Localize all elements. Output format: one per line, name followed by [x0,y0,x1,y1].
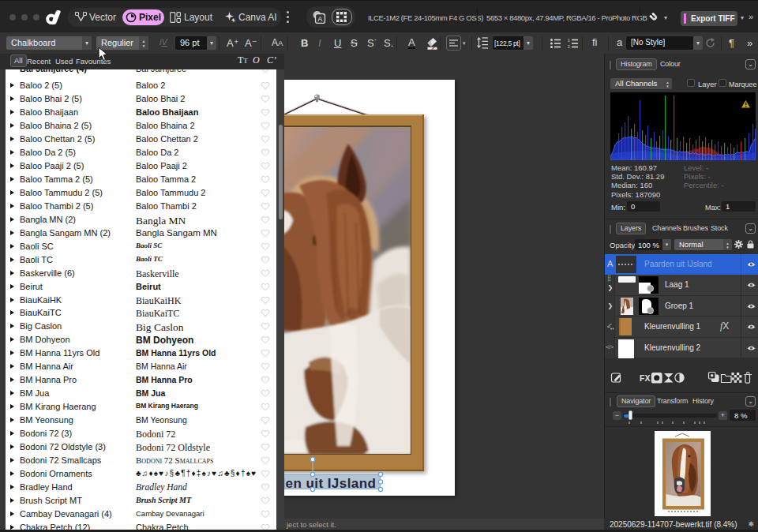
svg-text:2: 2 [568,44,570,49]
svg-text:FX: FX [640,373,650,383]
svg-text:1: 1 [568,39,570,43]
svg-text:A: A [318,15,323,23]
